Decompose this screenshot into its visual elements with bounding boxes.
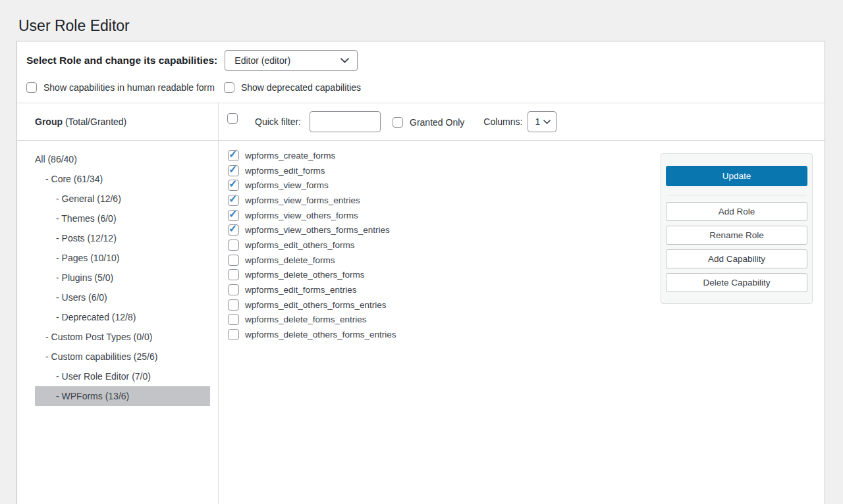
group-tree-item[interactable]: - Plugins (5/0) — [35, 268, 210, 288]
group-tree-item-label: - WPForms (13/6) — [56, 391, 129, 401]
capability-row[interactable]: wpforms_delete_forms_entries — [228, 313, 825, 328]
role-select-value: Editor (editor) — [234, 55, 290, 66]
group-tree-item-label: - User Role Editor (7/0) — [56, 371, 151, 382]
group-column: Group (Total/Granted) All (86/40) - Core… — [17, 103, 219, 504]
capability-name: wpforms_delete_forms — [245, 255, 335, 265]
capability-checkbox[interactable] — [228, 180, 239, 191]
capability-name: wpforms_edit_forms — [245, 166, 325, 176]
group-tree-item[interactable]: - User Role Editor (7/0) — [35, 366, 210, 386]
group-tree-item[interactable]: - Pages (10/10) — [35, 248, 210, 268]
capability-name: wpforms_delete_others_forms — [245, 270, 365, 280]
display-option-label: Show deprecated capabilities — [241, 82, 361, 93]
group-tree-item[interactable]: - WPForms (13/6) — [35, 386, 210, 406]
group-header: Group (Total/Granted) — [17, 103, 218, 141]
capability-name: wpforms_delete_forms_entries — [245, 315, 367, 324]
capability-checkbox[interactable] — [228, 255, 239, 266]
columns-label: Columns: — [483, 116, 522, 127]
user-role-editor-panel: Select Role and change its capabilities:… — [16, 41, 825, 504]
page-title: User Role Editor — [18, 16, 130, 36]
top-section: Select Role and change its capabilities:… — [17, 41, 825, 103]
display-option[interactable]: Show deprecated capabilities — [224, 82, 361, 93]
capability-checkbox[interactable] — [228, 165, 239, 176]
filter-bar: Quick filter: Granted Only Columns: 1 — [219, 103, 825, 141]
capability-name: wpforms_view_others_forms_entries — [245, 225, 390, 235]
group-tree-item[interactable]: - Deprecated (12/8) — [35, 307, 210, 327]
capability-checkbox[interactable] — [228, 195, 239, 206]
capabilities-column: Quick filter: Granted Only Columns: 1 — [219, 103, 825, 504]
granted-only-option[interactable]: Granted Only — [393, 117, 464, 128]
capability-checkbox[interactable] — [228, 210, 239, 221]
group-tree-item-label: - General (12/6) — [56, 193, 121, 204]
granted-only-checkbox[interactable] — [393, 117, 403, 128]
action-button[interactable]: Add Role — [666, 202, 807, 221]
capability-checkbox[interactable] — [228, 224, 239, 236]
group-tree-item[interactable]: - Core (61/34) — [35, 169, 210, 189]
capability-name: wpforms_create_forms — [245, 151, 335, 161]
group-tree-item-label: - Pages (10/10) — [56, 253, 120, 263]
capability-checkbox[interactable] — [228, 269, 239, 280]
display-options: Show capabilities in human readable form… — [26, 82, 815, 93]
action-button[interactable]: Add Capability — [666, 249, 807, 268]
chevron-down-icon — [543, 120, 551, 124]
capability-name: wpforms_edit_forms_entries — [245, 285, 357, 295]
group-tree-item-label: - Custom Post Types (0/0) — [45, 332, 152, 342]
capability-checkbox[interactable] — [228, 284, 239, 295]
select-role-label: Select Role and change its capabilities: — [26, 55, 217, 66]
checkbox[interactable] — [26, 82, 37, 93]
group-tree-item[interactable]: - Custom capabilities (25/6) — [35, 347, 210, 366]
action-button[interactable]: Delete Capability — [666, 273, 807, 292]
role-select[interactable]: Editor (editor) — [225, 50, 358, 71]
columns-select[interactable]: 1 — [528, 111, 557, 132]
capability-checkbox[interactable] — [228, 239, 239, 251]
group-tree: All (86/40) - Core (61/34) - General (12… — [17, 141, 218, 406]
capability-row[interactable]: wpforms_delete_others_forms_entries — [228, 327, 825, 342]
capability-name: wpforms_delete_others_forms_entries — [245, 330, 396, 340]
group-tree-item-label: - Core (61/34) — [45, 174, 103, 184]
capability-checkbox[interactable] — [228, 150, 239, 161]
capability-checkbox[interactable] — [228, 299, 239, 311]
display-option-label: Show capabilities in human readable form — [43, 82, 215, 93]
group-tree-item[interactable]: - Users (6/0) — [35, 288, 210, 307]
group-tree-item-label: - Plugins (5/0) — [56, 272, 113, 283]
group-tree-item[interactable]: - Custom Post Types (0/0) — [35, 327, 210, 347]
capability-name: wpforms_edit_others_forms_entries — [245, 300, 387, 310]
capability-name: wpforms_view_forms — [245, 180, 329, 190]
update-button[interactable]: Update — [666, 166, 807, 186]
group-tree-item[interactable]: - General (12/6) — [35, 189, 210, 209]
group-tree-item-label: All (86/40) — [35, 154, 77, 164]
group-tree-item-label: - Themes (6/0) — [56, 213, 117, 224]
group-tree-item-label: - Deprecated (12/8) — [56, 312, 136, 322]
capability-checkbox[interactable] — [228, 314, 239, 325]
action-button[interactable]: Rename Role — [666, 226, 807, 245]
panel-divider — [667, 195, 806, 195]
quick-filter-label: Quick filter: — [255, 116, 301, 127]
capability-name: wpforms_edit_others_forms — [245, 240, 355, 250]
capability-name: wpforms_view_forms_entries — [245, 195, 360, 205]
granted-only-label: Granted Only — [410, 117, 464, 128]
group-tree-item[interactable]: - Posts (12/12) — [35, 228, 210, 248]
group-tree-item-label: - Users (6/0) — [56, 292, 107, 303]
group-tree-item[interactable]: - Themes (6/0) — [35, 209, 210, 228]
capabilities-area: wpforms_create_forms wpforms_edit_forms … — [219, 141, 825, 504]
chevron-down-icon — [340, 58, 349, 63]
capability-checkbox[interactable] — [228, 329, 239, 340]
select-all-checkbox[interactable] — [227, 113, 238, 124]
display-option[interactable]: Show capabilities in human readable form — [26, 82, 215, 93]
actions-panel: Update Add Role Rename Role Add Capabili… — [661, 153, 813, 304]
group-tree-item-label: - Posts (12/12) — [56, 233, 117, 243]
group-tree-item[interactable]: All (86/40) — [35, 149, 210, 169]
columns-select-value: 1 — [535, 116, 540, 127]
quick-filter-input[interactable] — [310, 111, 381, 132]
capability-name: wpforms_view_others_forms — [245, 211, 358, 220]
group-tree-item-label: - Custom capabilities (25/6) — [45, 351, 157, 362]
secondary-actions: Add Role Rename Role Add Capability Dele… — [666, 202, 807, 292]
checkbox[interactable] — [224, 82, 234, 93]
